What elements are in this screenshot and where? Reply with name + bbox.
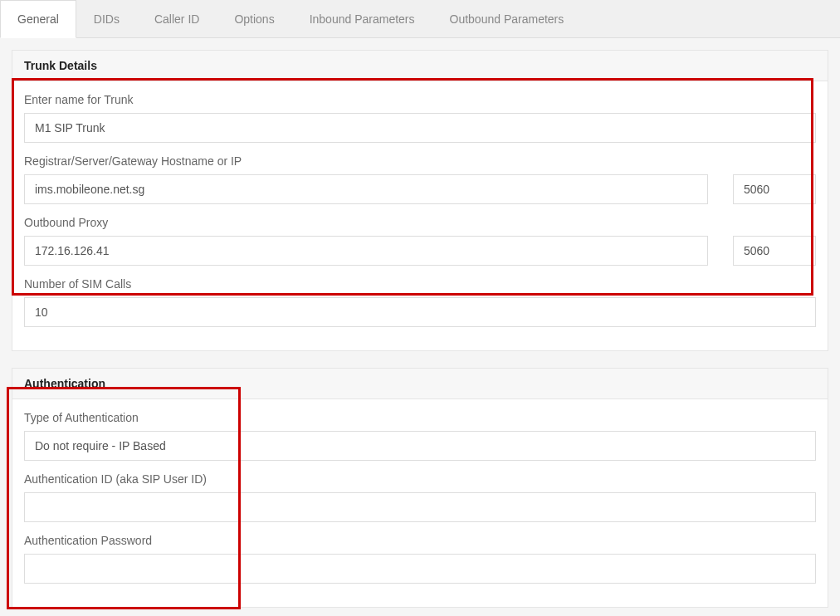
authentication-header: Authentication [12,369,828,399]
registrar-port-input[interactable] [733,174,816,204]
auth-type-label: Type of Authentication [24,411,816,424]
registrar-input[interactable] [24,174,708,204]
outbound-proxy-label: Outbound Proxy [24,216,816,229]
trunk-name-label: Enter name for Trunk [24,93,816,106]
sim-calls-input[interactable] [24,297,816,327]
tab-outbound-parameters[interactable]: Outbound Parameters [432,0,582,37]
outbound-proxy-port-input[interactable] [733,236,816,266]
tab-caller-id[interactable]: Caller ID [137,0,217,37]
trunk-details-panel: Trunk Details Enter name for Trunk Regis… [12,50,828,351]
auth-password-label: Authentication Password [24,534,816,547]
tab-options[interactable]: Options [217,0,291,37]
auth-password-input[interactable] [24,554,816,584]
tab-inbound-parameters[interactable]: Inbound Parameters [292,0,432,37]
sim-calls-label: Number of SIM Calls [24,277,816,291]
tab-general[interactable]: General [0,0,76,38]
registrar-label: Registrar/Server/Gateway Hostname or IP [24,154,816,168]
tab-dids[interactable]: DIDs [76,0,137,37]
trunk-details-header: Trunk Details [12,51,828,81]
auth-id-input[interactable] [24,492,816,522]
authentication-panel: Authentication Type of Authentication Do… [12,368,828,608]
auth-type-select[interactable]: Do not require - IP Based [24,431,816,461]
trunk-name-input[interactable] [24,113,816,143]
outbound-proxy-input[interactable] [24,236,708,266]
tab-bar: General DIDs Caller ID Options Inbound P… [0,0,840,38]
auth-id-label: Authentication ID (aka SIP User ID) [24,472,816,486]
